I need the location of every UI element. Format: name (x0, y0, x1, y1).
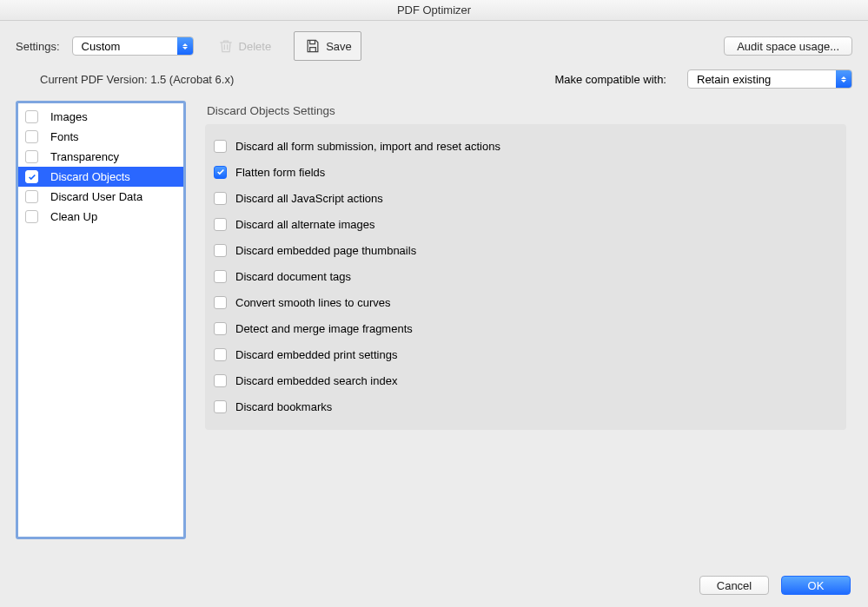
option-label: Discard all alternate images (235, 218, 374, 231)
option-checkbox[interactable] (214, 400, 227, 413)
option-label: Detect and merge image fragments (235, 322, 413, 335)
option-checkbox[interactable] (214, 218, 227, 231)
option-checkbox[interactable] (214, 296, 227, 309)
category-checkbox[interactable] (25, 150, 38, 163)
option-checkbox[interactable] (214, 166, 227, 179)
panel-title: Discard Objects Settings (207, 104, 852, 117)
trash-icon (216, 36, 235, 56)
category-checkbox[interactable] (25, 170, 38, 183)
option-label: Discard all JavaScript actions (235, 192, 383, 205)
compatible-dropdown[interactable]: Retain existing (687, 69, 852, 89)
floppy-icon (303, 36, 322, 56)
option-row: Discard embedded print settings (214, 341, 832, 367)
settings-panel: Discard Objects Settings Discard all for… (205, 101, 852, 539)
sidebar-item-label: Fonts (50, 130, 79, 143)
sidebar-item-transparency[interactable]: Transparency (18, 147, 183, 167)
ok-label: OK (808, 579, 825, 592)
option-row: Discard embedded page thumbnails (214, 237, 832, 263)
option-label: Discard embedded search index (235, 374, 397, 387)
option-label: Flatten form fields (235, 166, 325, 179)
ok-button[interactable]: OK (781, 576, 851, 595)
chevron-updown-icon (177, 37, 193, 55)
compatible-label: Make compatible with: (554, 73, 666, 86)
option-label: Convert smooth lines to curves (235, 296, 390, 309)
category-sidebar: ImagesFontsTransparencyDiscard ObjectsDi… (16, 101, 186, 539)
sidebar-item-clean-up[interactable]: Clean Up (18, 207, 183, 227)
option-row: Discard all JavaScript actions (214, 185, 832, 211)
option-row: Discard all alternate images (214, 211, 832, 237)
chevron-updown-icon (836, 70, 851, 88)
settings-label: Settings: (16, 40, 60, 53)
dialog-footer: Cancel OK (699, 576, 851, 595)
compatible-value: Retain existing (688, 73, 836, 86)
option-checkbox[interactable] (214, 374, 227, 387)
options-group: Discard all form submission, import and … (205, 124, 846, 430)
option-label: Discard embedded page thumbnails (235, 244, 416, 257)
window-title: PDF Optimizer (0, 0, 868, 21)
sidebar-item-label: Discard Objects (50, 170, 130, 183)
info-row: Current PDF Version: 1.5 (Acrobat 6.x) M… (0, 68, 868, 101)
settings-value: Custom (73, 40, 177, 53)
option-checkbox[interactable] (214, 192, 227, 205)
option-checkbox[interactable] (214, 270, 227, 283)
option-label: Discard bookmarks (235, 400, 332, 413)
category-checkbox[interactable] (25, 130, 38, 143)
settings-dropdown[interactable]: Custom (72, 36, 194, 56)
delete-label: Delete (239, 40, 272, 53)
sidebar-item-label: Clean Up (50, 210, 97, 223)
delete-button: Delete (208, 31, 281, 61)
option-row: Convert smooth lines to curves (214, 289, 832, 315)
option-label: Discard document tags (235, 270, 351, 283)
option-checkbox[interactable] (214, 244, 227, 257)
audit-label: Audit space usage... (737, 40, 839, 53)
option-row: Discard all form submission, import and … (214, 133, 832, 159)
toolbar: Settings: Custom Delete Save Audit space… (0, 21, 868, 68)
category-checkbox[interactable] (25, 110, 38, 123)
category-checkbox[interactable] (25, 210, 38, 223)
audit-space-usage-button[interactable]: Audit space usage... (724, 36, 852, 56)
sidebar-item-images[interactable]: Images (18, 107, 183, 127)
option-row: Discard embedded search index (214, 367, 832, 393)
save-label: Save (326, 40, 352, 53)
option-label: Discard embedded print settings (235, 348, 397, 361)
option-row: Discard bookmarks (214, 393, 832, 419)
sidebar-item-label: Transparency (50, 150, 119, 163)
cancel-button[interactable]: Cancel (699, 576, 769, 595)
option-checkbox[interactable] (214, 140, 227, 153)
sidebar-item-fonts[interactable]: Fonts (18, 127, 183, 147)
pdf-version-text: Current PDF Version: 1.5 (Acrobat 6.x) (40, 73, 234, 86)
option-row: Detect and merge image fragments (214, 315, 832, 341)
sidebar-item-discard-objects[interactable]: Discard Objects (18, 167, 183, 187)
option-row: Flatten form fields (214, 159, 832, 185)
option-checkbox[interactable] (214, 322, 227, 335)
category-checkbox[interactable] (25, 190, 38, 203)
sidebar-item-label: Images (50, 110, 88, 123)
option-label: Discard all form submission, import and … (235, 140, 500, 153)
sidebar-item-label: Discard User Data (50, 190, 142, 203)
save-button[interactable]: Save (294, 31, 361, 61)
sidebar-item-discard-user-data[interactable]: Discard User Data (18, 187, 183, 207)
option-checkbox[interactable] (214, 348, 227, 361)
option-row: Discard document tags (214, 263, 832, 289)
cancel-label: Cancel (717, 579, 752, 592)
